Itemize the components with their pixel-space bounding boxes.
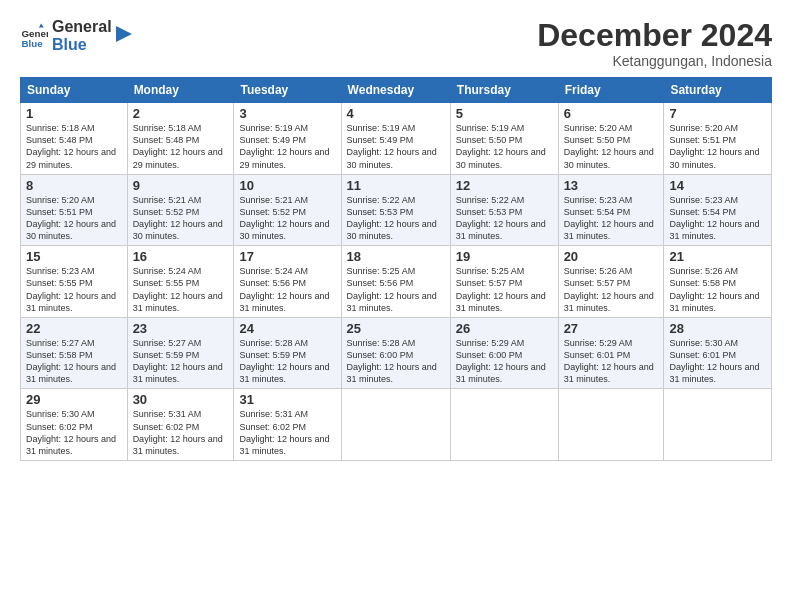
day-number: 13 [564, 178, 659, 193]
logo-icon: General Blue [20, 22, 48, 50]
table-row: 25 Sunrise: 5:28 AMSunset: 6:00 PMDaylig… [341, 317, 450, 389]
logo-text: General Blue [52, 18, 112, 53]
subtitle: Ketanggungan, Indonesia [537, 53, 772, 69]
table-row: 11 Sunrise: 5:22 AMSunset: 5:53 PMDaylig… [341, 174, 450, 246]
day-number: 14 [669, 178, 766, 193]
day-number: 15 [26, 249, 122, 264]
cell-info: Sunrise: 5:31 AMSunset: 6:02 PMDaylight:… [133, 409, 223, 455]
table-row [341, 389, 450, 461]
svg-marker-3 [116, 26, 132, 42]
cell-info: Sunrise: 5:29 AMSunset: 6:01 PMDaylight:… [564, 338, 654, 384]
logo-triangle [116, 26, 132, 46]
title-section: December 2024 Ketanggungan, Indonesia [537, 18, 772, 69]
table-row [450, 389, 558, 461]
cell-info: Sunrise: 5:27 AMSunset: 5:58 PMDaylight:… [26, 338, 116, 384]
table-row: 12 Sunrise: 5:22 AMSunset: 5:53 PMDaylig… [450, 174, 558, 246]
day-number: 12 [456, 178, 553, 193]
cell-info: Sunrise: 5:24 AMSunset: 5:55 PMDaylight:… [133, 266, 223, 312]
logo-blue-text: Blue [52, 36, 112, 54]
table-row: 10 Sunrise: 5:21 AMSunset: 5:52 PMDaylig… [234, 174, 341, 246]
svg-text:Blue: Blue [21, 38, 43, 49]
table-row: 14 Sunrise: 5:23 AMSunset: 5:54 PMDaylig… [664, 174, 772, 246]
cell-info: Sunrise: 5:20 AMSunset: 5:50 PMDaylight:… [564, 123, 654, 169]
cell-info: Sunrise: 5:28 AMSunset: 5:59 PMDaylight:… [239, 338, 329, 384]
table-row: 27 Sunrise: 5:29 AMSunset: 6:01 PMDaylig… [558, 317, 664, 389]
day-number: 20 [564, 249, 659, 264]
page: General Blue General Blue December 2024 … [0, 0, 792, 612]
cell-info: Sunrise: 5:31 AMSunset: 6:02 PMDaylight:… [239, 409, 329, 455]
cell-info: Sunrise: 5:21 AMSunset: 5:52 PMDaylight:… [239, 195, 329, 241]
day-number: 26 [456, 321, 553, 336]
table-row: 8 Sunrise: 5:20 AMSunset: 5:51 PMDayligh… [21, 174, 128, 246]
day-number: 1 [26, 106, 122, 121]
table-row: 3 Sunrise: 5:19 AMSunset: 5:49 PMDayligh… [234, 103, 341, 175]
cell-info: Sunrise: 5:30 AMSunset: 6:01 PMDaylight:… [669, 338, 759, 384]
day-number: 19 [456, 249, 553, 264]
header: General Blue General Blue December 2024 … [20, 18, 772, 69]
main-title: December 2024 [537, 18, 772, 53]
header-row: Sunday Monday Tuesday Wednesday Thursday… [21, 78, 772, 103]
table-row: 24 Sunrise: 5:28 AMSunset: 5:59 PMDaylig… [234, 317, 341, 389]
cell-info: Sunrise: 5:23 AMSunset: 5:54 PMDaylight:… [669, 195, 759, 241]
cell-info: Sunrise: 5:25 AMSunset: 5:56 PMDaylight:… [347, 266, 437, 312]
cell-info: Sunrise: 5:20 AMSunset: 5:51 PMDaylight:… [26, 195, 116, 241]
day-number: 8 [26, 178, 122, 193]
cell-info: Sunrise: 5:30 AMSunset: 6:02 PMDaylight:… [26, 409, 116, 455]
day-number: 3 [239, 106, 335, 121]
table-row: 30 Sunrise: 5:31 AMSunset: 6:02 PMDaylig… [127, 389, 234, 461]
table-row [558, 389, 664, 461]
day-number: 10 [239, 178, 335, 193]
day-number: 17 [239, 249, 335, 264]
cell-info: Sunrise: 5:25 AMSunset: 5:57 PMDaylight:… [456, 266, 546, 312]
cell-info: Sunrise: 5:23 AMSunset: 5:54 PMDaylight:… [564, 195, 654, 241]
col-friday: Friday [558, 78, 664, 103]
table-row: 4 Sunrise: 5:19 AMSunset: 5:49 PMDayligh… [341, 103, 450, 175]
day-number: 24 [239, 321, 335, 336]
svg-marker-2 [39, 23, 44, 27]
table-row: 26 Sunrise: 5:29 AMSunset: 6:00 PMDaylig… [450, 317, 558, 389]
day-number: 28 [669, 321, 766, 336]
cell-info: Sunrise: 5:20 AMSunset: 5:51 PMDaylight:… [669, 123, 759, 169]
table-row: 21 Sunrise: 5:26 AMSunset: 5:58 PMDaylig… [664, 246, 772, 318]
cell-info: Sunrise: 5:18 AMSunset: 5:48 PMDaylight:… [133, 123, 223, 169]
table-row: 2 Sunrise: 5:18 AMSunset: 5:48 PMDayligh… [127, 103, 234, 175]
cell-info: Sunrise: 5:18 AMSunset: 5:48 PMDaylight:… [26, 123, 116, 169]
cell-info: Sunrise: 5:19 AMSunset: 5:49 PMDaylight:… [347, 123, 437, 169]
day-number: 22 [26, 321, 122, 336]
col-thursday: Thursday [450, 78, 558, 103]
col-saturday: Saturday [664, 78, 772, 103]
day-number: 25 [347, 321, 445, 336]
col-wednesday: Wednesday [341, 78, 450, 103]
day-number: 16 [133, 249, 229, 264]
table-row: 23 Sunrise: 5:27 AMSunset: 5:59 PMDaylig… [127, 317, 234, 389]
cell-info: Sunrise: 5:19 AMSunset: 5:49 PMDaylight:… [239, 123, 329, 169]
day-number: 23 [133, 321, 229, 336]
table-row: 17 Sunrise: 5:24 AMSunset: 5:56 PMDaylig… [234, 246, 341, 318]
day-number: 11 [347, 178, 445, 193]
table-row: 29 Sunrise: 5:30 AMSunset: 6:02 PMDaylig… [21, 389, 128, 461]
col-tuesday: Tuesday [234, 78, 341, 103]
table-row: 16 Sunrise: 5:24 AMSunset: 5:55 PMDaylig… [127, 246, 234, 318]
cell-info: Sunrise: 5:29 AMSunset: 6:00 PMDaylight:… [456, 338, 546, 384]
cell-info: Sunrise: 5:22 AMSunset: 5:53 PMDaylight:… [456, 195, 546, 241]
day-number: 7 [669, 106, 766, 121]
table-row: 28 Sunrise: 5:30 AMSunset: 6:01 PMDaylig… [664, 317, 772, 389]
logo-general-text: General [52, 18, 112, 36]
day-number: 27 [564, 321, 659, 336]
table-row: 20 Sunrise: 5:26 AMSunset: 5:57 PMDaylig… [558, 246, 664, 318]
day-number: 31 [239, 392, 335, 407]
cell-info: Sunrise: 5:27 AMSunset: 5:59 PMDaylight:… [133, 338, 223, 384]
cell-info: Sunrise: 5:22 AMSunset: 5:53 PMDaylight:… [347, 195, 437, 241]
table-row [664, 389, 772, 461]
table-row: 15 Sunrise: 5:23 AMSunset: 5:55 PMDaylig… [21, 246, 128, 318]
cell-info: Sunrise: 5:21 AMSunset: 5:52 PMDaylight:… [133, 195, 223, 241]
cell-info: Sunrise: 5:24 AMSunset: 5:56 PMDaylight:… [239, 266, 329, 312]
calendar-table: Sunday Monday Tuesday Wednesday Thursday… [20, 77, 772, 461]
col-sunday: Sunday [21, 78, 128, 103]
table-row: 5 Sunrise: 5:19 AMSunset: 5:50 PMDayligh… [450, 103, 558, 175]
table-row: 13 Sunrise: 5:23 AMSunset: 5:54 PMDaylig… [558, 174, 664, 246]
table-row: 19 Sunrise: 5:25 AMSunset: 5:57 PMDaylig… [450, 246, 558, 318]
table-row: 18 Sunrise: 5:25 AMSunset: 5:56 PMDaylig… [341, 246, 450, 318]
cell-info: Sunrise: 5:26 AMSunset: 5:57 PMDaylight:… [564, 266, 654, 312]
day-number: 2 [133, 106, 229, 121]
